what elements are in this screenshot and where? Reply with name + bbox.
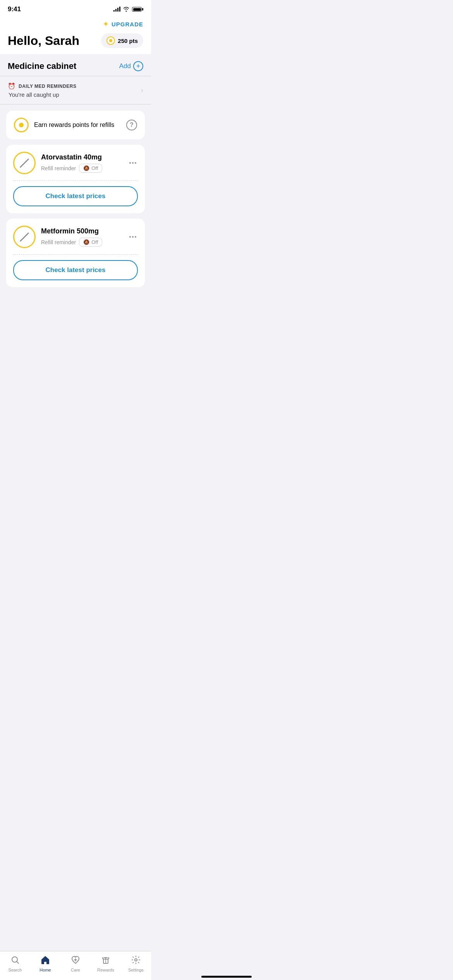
reminders-title-row: ⏰ DAILY MED REMINDERS <box>8 82 77 90</box>
medicine-cabinet-header: Medicine cabinet Add + <box>0 54 151 76</box>
status-bar: 9:41 <box>0 0 151 16</box>
points-badge[interactable]: 250 pts <box>101 33 143 48</box>
rewards-card: Earn rewards points for refills ? <box>6 111 145 139</box>
points-coin-icon <box>106 36 115 45</box>
add-circle-icon: + <box>133 61 143 71</box>
more-options-button-0[interactable] <box>128 161 138 165</box>
add-label: Add <box>119 62 131 70</box>
medication-card-bottom-0: Check latest prices <box>6 181 145 213</box>
battery-icon <box>132 7 143 12</box>
medication-icon-0 <box>13 152 36 174</box>
medication-name-0: Atorvastatin 40mg <box>41 153 122 161</box>
medicine-cabinet-title: Medicine cabinet <box>8 61 76 71</box>
reminder-badge-1[interactable]: 🔕 Off <box>79 238 102 247</box>
alarm-icon: ⏰ <box>8 82 15 90</box>
daily-reminders-row[interactable]: ⏰ DAILY MED REMINDERS You're all caught … <box>0 76 151 104</box>
reminder-row-0: Refill reminder 🔕 Off <box>41 164 122 173</box>
help-icon[interactable]: ? <box>126 120 137 130</box>
medication-info-0: Atorvastatin 40mg Refill reminder 🔕 Off <box>41 153 122 173</box>
add-medicine-button[interactable]: Add + <box>119 61 143 71</box>
wifi-icon <box>123 6 130 13</box>
bell-off-icon-1: 🔕 <box>83 239 89 245</box>
status-icons <box>113 6 143 13</box>
reminders-title: DAILY MED REMINDERS <box>19 84 77 89</box>
bell-off-icon-0: 🔕 <box>83 165 89 171</box>
signal-icon <box>113 7 120 12</box>
medication-card-top-1: Metformin 500mg Refill reminder 🔕 Off <box>6 219 145 254</box>
status-time: 9:41 <box>8 5 21 13</box>
upgrade-label: UPGRADE <box>112 21 143 27</box>
rewards-card-text: Earn rewards points for refills <box>34 122 121 128</box>
reminder-badge-0[interactable]: 🔕 Off <box>79 164 102 173</box>
reminder-row-1: Refill reminder 🔕 Off <box>41 238 122 247</box>
medication-card-top-0: Atorvastatin 40mg Refill reminder 🔕 Off <box>6 145 145 180</box>
greeting-text: Hello, Sarah <box>8 34 79 48</box>
medication-card-bottom-1: Check latest prices <box>6 255 145 287</box>
reminders-subtitle: You're all caught up <box>8 91 77 98</box>
upgrade-button[interactable]: ✦ UPGRADE <box>103 19 143 29</box>
upgrade-row: ✦ UPGRADE <box>8 19 143 29</box>
more-options-button-1[interactable] <box>128 235 138 239</box>
reminder-status-1: Off <box>91 239 98 245</box>
reminders-left: ⏰ DAILY MED REMINDERS You're all caught … <box>8 82 77 98</box>
check-prices-button-0[interactable]: Check latest prices <box>13 186 138 206</box>
header: ✦ UPGRADE Hello, Sarah 250 pts <box>0 16 151 54</box>
medication-card-1: Metformin 500mg Refill reminder 🔕 Off Ch… <box>6 219 145 287</box>
medication-info-1: Metformin 500mg Refill reminder 🔕 Off <box>41 227 122 247</box>
reminder-label-1: Refill reminder <box>41 239 76 245</box>
medication-card-0: Atorvastatin 40mg Refill reminder 🔕 Off … <box>6 145 145 213</box>
rewards-coin-icon <box>14 118 29 132</box>
medication-name-1: Metformin 500mg <box>41 227 122 235</box>
medication-icon-1 <box>13 226 36 248</box>
upgrade-star-icon: ✦ <box>103 19 109 29</box>
check-prices-button-1[interactable]: Check latest prices <box>13 260 138 280</box>
greeting-row: Hello, Sarah 250 pts <box>8 33 143 48</box>
main-content: Earn rewards points for refills ? Atorva… <box>0 105 151 318</box>
points-value: 250 pts <box>118 38 138 44</box>
chevron-right-icon: › <box>141 86 143 94</box>
reminder-label-0: Refill reminder <box>41 165 76 171</box>
reminder-status-0: Off <box>91 165 98 171</box>
